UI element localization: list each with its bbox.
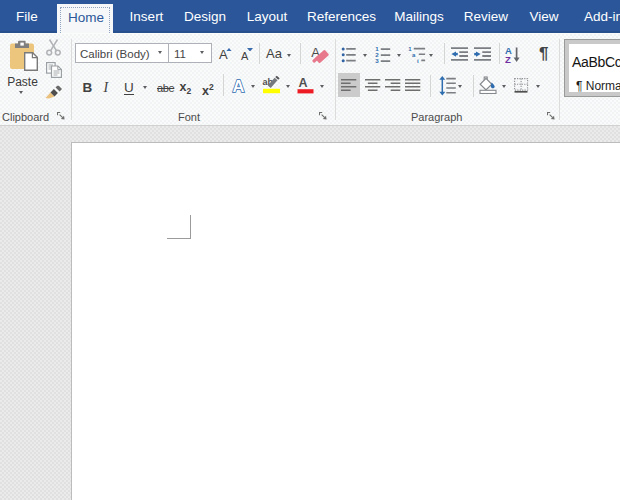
svg-text:A: A xyxy=(299,76,308,90)
svg-text:Z: Z xyxy=(505,54,511,63)
svg-text:i: i xyxy=(417,58,419,64)
svg-text:a: a xyxy=(412,52,416,58)
svg-text:A: A xyxy=(233,77,245,95)
svg-text:3: 3 xyxy=(375,57,379,64)
